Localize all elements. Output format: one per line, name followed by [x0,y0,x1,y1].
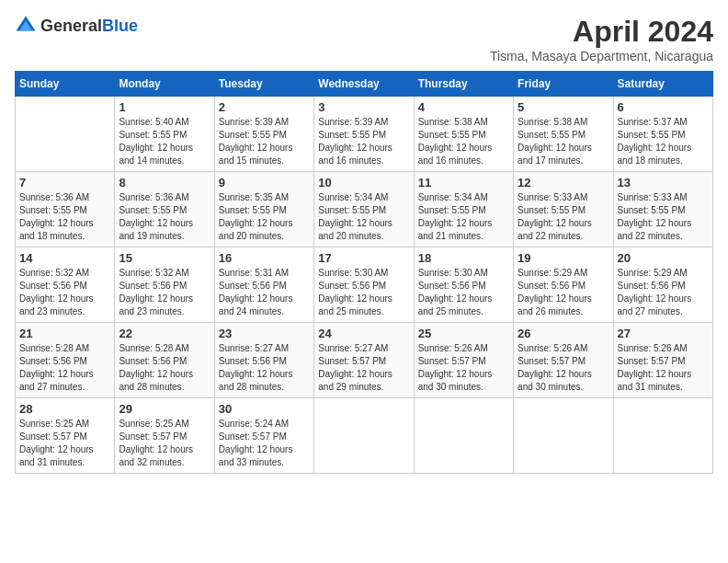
day-info: Sunrise: 5:26 AMSunset: 5:57 PMDaylight:… [518,342,609,394]
calendar-day-cell: 29Sunrise: 5:25 AMSunset: 5:57 PMDayligh… [115,398,214,474]
day-number: 4 [418,100,509,114]
day-info: Sunrise: 5:24 AMSunset: 5:57 PMDaylight:… [219,418,310,469]
calendar-day-cell: 6Sunrise: 5:37 AMSunset: 5:55 PMDaylight… [613,97,712,172]
calendar-day-cell: 11Sunrise: 5:34 AMSunset: 5:55 PMDayligh… [414,172,513,247]
day-number: 2 [219,100,310,114]
day-number: 21 [19,327,110,340]
day-info: Sunrise: 5:32 AMSunset: 5:56 PMDaylight:… [119,267,210,318]
calendar-week-row: 28Sunrise: 5:25 AMSunset: 5:57 PMDayligh… [16,398,713,474]
day-info: Sunrise: 5:26 AMSunset: 5:57 PMDaylight:… [618,342,709,394]
calendar-day-cell [414,398,513,474]
logo-text: GeneralBlue [40,17,138,36]
day-number: 19 [518,251,609,265]
day-number: 15 [119,251,210,265]
calendar-day-cell: 30Sunrise: 5:24 AMSunset: 5:57 PMDayligh… [214,398,313,474]
calendar-day-cell: 28Sunrise: 5:25 AMSunset: 5:57 PMDayligh… [16,398,115,474]
day-number: 26 [518,327,609,340]
day-info: Sunrise: 5:36 AMSunset: 5:55 PMDaylight:… [19,191,110,243]
day-info: Sunrise: 5:33 AMSunset: 5:55 PMDaylight:… [618,191,709,243]
main-title: April 2024 [490,15,713,49]
day-info: Sunrise: 5:35 AMSunset: 5:55 PMDaylight:… [219,191,310,243]
day-info: Sunrise: 5:25 AMSunset: 5:57 PMDaylight:… [119,418,210,469]
calendar-header-cell: Thursday [414,72,513,97]
day-number: 17 [318,251,409,265]
calendar-day-cell: 25Sunrise: 5:26 AMSunset: 5:57 PMDayligh… [414,323,513,398]
day-number: 1 [119,100,210,114]
calendar-header-row: SundayMondayTuesdayWednesdayThursdayFrid… [16,72,713,97]
day-number: 28 [19,402,110,416]
calendar-header-cell: Tuesday [214,72,313,97]
day-number: 24 [318,327,409,340]
calendar-day-cell: 12Sunrise: 5:33 AMSunset: 5:55 PMDayligh… [514,172,613,247]
day-number: 29 [119,402,210,416]
calendar-day-cell: 3Sunrise: 5:39 AMSunset: 5:55 PMDaylight… [314,97,414,172]
day-info: Sunrise: 5:38 AMSunset: 5:55 PMDaylight:… [518,116,609,167]
day-info: Sunrise: 5:28 AMSunset: 5:56 PMDaylight:… [19,342,110,394]
day-info: Sunrise: 5:38 AMSunset: 5:55 PMDaylight:… [418,116,509,167]
calendar-day-cell: 27Sunrise: 5:26 AMSunset: 5:57 PMDayligh… [613,323,712,398]
calendar-day-cell: 14Sunrise: 5:32 AMSunset: 5:56 PMDayligh… [16,247,115,323]
logo-icon [15,15,37,37]
day-number: 8 [119,176,210,190]
day-info: Sunrise: 5:32 AMSunset: 5:56 PMDaylight:… [19,267,110,318]
day-number: 3 [318,100,409,114]
calendar-header-cell: Wednesday [314,72,414,97]
calendar-table: SundayMondayTuesdayWednesdayThursdayFrid… [15,71,713,474]
calendar-header-cell: Saturday [613,72,712,97]
day-number: 18 [418,251,509,265]
day-number: 16 [219,251,310,265]
calendar-header-cell: Friday [514,72,613,97]
day-info: Sunrise: 5:29 AMSunset: 5:56 PMDaylight:… [618,267,709,318]
day-info: Sunrise: 5:33 AMSunset: 5:55 PMDaylight:… [518,191,609,243]
day-number: 30 [219,402,310,416]
day-info: Sunrise: 5:29 AMSunset: 5:56 PMDaylight:… [518,267,609,318]
calendar-day-cell: 16Sunrise: 5:31 AMSunset: 5:56 PMDayligh… [214,247,313,323]
day-info: Sunrise: 5:27 AMSunset: 5:57 PMDaylight:… [318,342,409,394]
calendar-day-cell: 15Sunrise: 5:32 AMSunset: 5:56 PMDayligh… [115,247,214,323]
day-number: 23 [219,327,310,340]
calendar-header-cell: Monday [115,72,214,97]
calendar-day-cell: 13Sunrise: 5:33 AMSunset: 5:55 PMDayligh… [613,172,712,247]
calendar-day-cell [314,398,414,474]
day-info: Sunrise: 5:34 AMSunset: 5:55 PMDaylight:… [418,191,509,243]
day-number: 25 [418,327,509,340]
day-info: Sunrise: 5:36 AMSunset: 5:55 PMDaylight:… [119,191,210,243]
calendar-day-cell: 17Sunrise: 5:30 AMSunset: 5:56 PMDayligh… [314,247,414,323]
day-info: Sunrise: 5:39 AMSunset: 5:55 PMDaylight:… [318,116,409,167]
calendar-day-cell: 18Sunrise: 5:30 AMSunset: 5:56 PMDayligh… [414,247,513,323]
day-info: Sunrise: 5:25 AMSunset: 5:57 PMDaylight:… [19,418,110,469]
calendar-day-cell: 20Sunrise: 5:29 AMSunset: 5:56 PMDayligh… [613,247,712,323]
calendar-day-cell [514,398,613,474]
calendar-day-cell: 23Sunrise: 5:27 AMSunset: 5:56 PMDayligh… [214,323,313,398]
subtitle: Tisma, Masaya Department, Nicaragua [490,49,713,63]
day-number: 14 [19,251,110,265]
day-info: Sunrise: 5:40 AMSunset: 5:55 PMDaylight:… [119,116,210,167]
header: GeneralBlue April 2024 Tisma, Masaya Dep… [15,15,713,63]
title-area: April 2024 Tisma, Masaya Department, Nic… [490,15,713,63]
calendar-week-row: 1Sunrise: 5:40 AMSunset: 5:55 PMDaylight… [16,97,713,172]
day-info: Sunrise: 5:34 AMSunset: 5:55 PMDaylight:… [318,191,409,243]
calendar-day-cell: 26Sunrise: 5:26 AMSunset: 5:57 PMDayligh… [514,323,613,398]
day-info: Sunrise: 5:28 AMSunset: 5:56 PMDaylight:… [119,342,210,394]
day-number: 20 [618,251,709,265]
day-number: 10 [318,176,409,190]
calendar-week-row: 7Sunrise: 5:36 AMSunset: 5:55 PMDaylight… [16,172,713,247]
calendar-day-cell [16,97,115,172]
day-number: 7 [19,176,110,190]
logo: GeneralBlue [15,15,138,37]
day-info: Sunrise: 5:30 AMSunset: 5:56 PMDaylight:… [418,267,509,318]
calendar-day-cell: 1Sunrise: 5:40 AMSunset: 5:55 PMDaylight… [115,97,214,172]
calendar-header-cell: Sunday [16,72,115,97]
calendar-day-cell: 5Sunrise: 5:38 AMSunset: 5:55 PMDaylight… [514,97,613,172]
day-info: Sunrise: 5:37 AMSunset: 5:55 PMDaylight:… [618,116,709,167]
calendar-week-row: 21Sunrise: 5:28 AMSunset: 5:56 PMDayligh… [16,323,713,398]
calendar-week-row: 14Sunrise: 5:32 AMSunset: 5:56 PMDayligh… [16,247,713,323]
calendar-day-cell: 4Sunrise: 5:38 AMSunset: 5:55 PMDaylight… [414,97,513,172]
day-number: 22 [119,327,210,340]
day-number: 6 [618,100,709,114]
calendar-day-cell: 2Sunrise: 5:39 AMSunset: 5:55 PMDaylight… [214,97,313,172]
day-info: Sunrise: 5:30 AMSunset: 5:56 PMDaylight:… [318,267,409,318]
calendar-day-cell: 24Sunrise: 5:27 AMSunset: 5:57 PMDayligh… [314,323,414,398]
day-number: 13 [618,176,709,190]
day-number: 5 [518,100,609,114]
